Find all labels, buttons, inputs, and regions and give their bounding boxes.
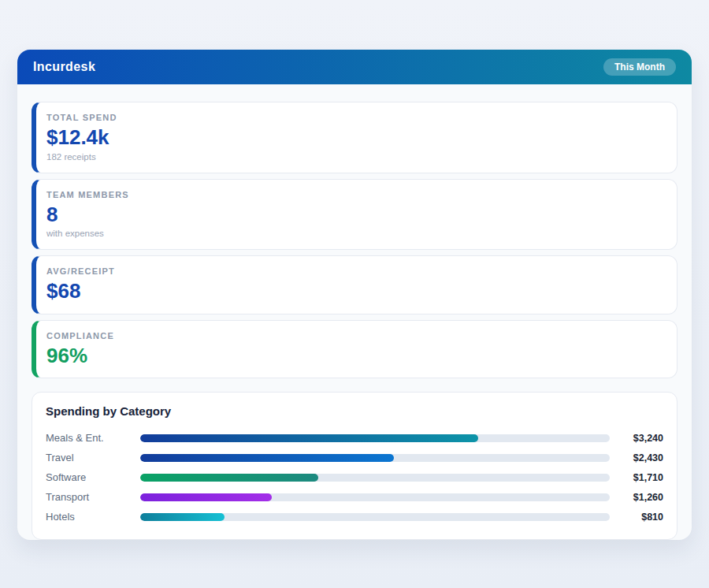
bar-fill [140,474,318,482]
stat-label: TOTAL SPEND [46,113,663,122]
bar-value: $1,710 [610,472,663,483]
bar-row-hotels: Hotels $810 [46,507,663,527]
app-title: Incurdesk [33,60,95,74]
bar-category-label: Hotels [46,511,140,523]
bar-track [140,474,610,482]
stat-card-team-members: TEAM MEMBERS 8 with expenses [32,179,677,251]
stat-label: AVG/RECEIPT [46,266,663,276]
bar-value: $810 [610,512,663,523]
stat-value: 96% [46,344,663,367]
bar-fill [140,434,478,442]
bar-category-label: Travel [46,452,140,463]
bar-value: $3,240 [610,433,663,444]
period-badge[interactable]: This Month [603,58,676,76]
stat-card-total-spend: TOTAL SPEND $12.4k 182 receipts [32,102,677,173]
bar-row-software: Software $1,710 [46,467,663,487]
stat-card-avg-receipt: AVG/RECEIPT $68 [32,255,677,314]
bar-category-label: Meals & Ent. [46,432,140,444]
bar-track [140,513,610,521]
bar-category-label: Transport [46,491,140,503]
bar-value: $1,260 [610,492,663,503]
stat-label: COMPLIANCE [46,331,663,341]
app-header: Incurdesk This Month [17,50,692,84]
bar-track [140,454,610,462]
stat-card-compliance: COMPLIANCE 96% [32,320,677,379]
bar-track [140,434,610,442]
stat-sublabel: 182 receipts [46,152,663,162]
chart-title: Spending by Category [46,404,663,418]
bar-value: $2,430 [610,452,663,463]
bar-fill [140,493,272,501]
stat-value: $12.4k [46,126,663,149]
stat-sublabel: with expenses [46,229,663,238]
stat-value: 8 [46,203,663,226]
bar-row-travel: Travel $2,430 [46,448,663,467]
dashboard-panel: Incurdesk This Month TOTAL SPEND $12.4k … [17,50,692,540]
spending-by-category-card: Spending by Category Meals & Ent. $3,240… [32,392,677,540]
stat-label: TEAM MEMBERS [46,190,663,199]
bar-category-label: Software [46,471,140,483]
bar-fill [140,454,394,462]
bar-fill [140,513,225,521]
stat-value: $68 [46,280,663,303]
bar-row-meals: Meals & Ent. $3,240 [46,428,663,448]
bar-track [140,493,610,501]
dashboard-content: TOTAL SPEND $12.4k 182 receipts TEAM MEM… [17,84,692,556]
bar-row-transport: Transport $1,260 [46,487,663,507]
